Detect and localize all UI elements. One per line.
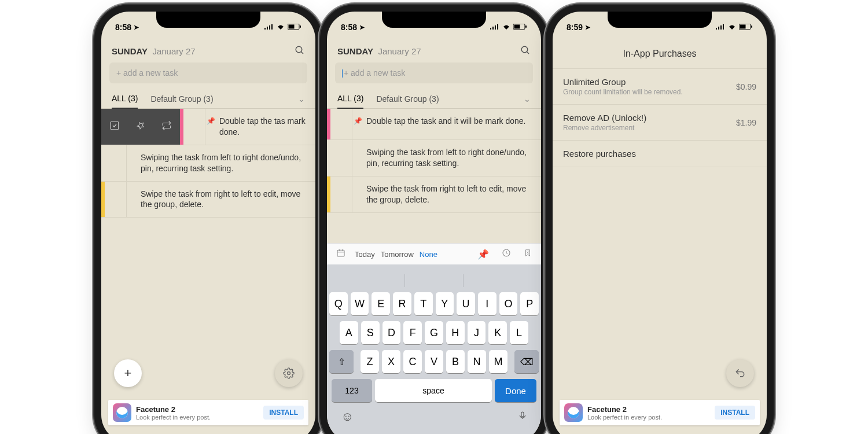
svg-rect-27 [521, 412, 524, 417]
ad-banner[interactable]: Facetune 2 Look perfect in every post. I… [108, 400, 308, 425]
key-m[interactable]: M [489, 350, 507, 373]
calendar-icon[interactable] [333, 248, 349, 260]
repeat-icon[interactable] [158, 117, 175, 137]
key-e[interactable]: E [372, 292, 390, 315]
key-p[interactable]: P [520, 292, 539, 315]
key-q[interactable]: Q [329, 292, 348, 315]
ad-install-button[interactable]: INSTALL [263, 406, 304, 420]
space-key[interactable]: space [375, 379, 492, 402]
svg-rect-11 [490, 28, 491, 30]
key-i[interactable]: I [478, 292, 496, 315]
key-x[interactable]: X [382, 350, 400, 373]
add-task-input[interactable]: + add a new task [109, 62, 307, 83]
key-y[interactable]: Y [436, 292, 454, 315]
toolbar-tomorrow[interactable]: Tomorrow [381, 250, 414, 259]
bookmark-x-icon[interactable] [520, 248, 535, 260]
task-row[interactable]: Swiping the task from left to right done… [327, 140, 541, 176]
key-r[interactable]: R [393, 292, 411, 315]
undo-button[interactable] [726, 359, 754, 387]
key-s[interactable]: S [361, 321, 380, 344]
shift-key[interactable]: ⇧ [329, 350, 354, 373]
task-checkbox-col[interactable] [330, 176, 352, 212]
pin-icon[interactable] [133, 117, 149, 136]
add-task-input[interactable]: + add a new task [335, 62, 533, 83]
search-icon[interactable] [295, 45, 305, 58]
key-w[interactable]: W [351, 292, 369, 315]
task-row[interactable]: 📌 Double tap the tas mark done. [101, 109, 315, 145]
ad-install-button[interactable]: INSTALL [715, 406, 755, 420]
iap-description: Group count limitation will be removed. [563, 88, 683, 96]
search-icon[interactable] [520, 45, 531, 58]
key-u[interactable]: U [457, 292, 475, 315]
iap-item[interactable]: Unlimited Group Group count limitation w… [553, 69, 767, 105]
iap-price: $1.99 [736, 118, 756, 127]
task-checkbox-col[interactable] [105, 145, 127, 181]
task-row[interactable]: Swipe the task from right to left to edi… [101, 182, 315, 218]
key-j[interactable]: J [468, 321, 486, 344]
phone-screen-2: 8:58 ➤ SUNDAY January 27 + add a new tas… [327, 12, 541, 434]
tab-all[interactable]: ALL (3) [337, 89, 363, 109]
tab-default-group[interactable]: Default Group (3) [150, 90, 213, 108]
restore-purchases[interactable]: Restore purchases [553, 141, 767, 167]
key-g[interactable]: G [425, 321, 443, 344]
key-k[interactable]: K [488, 321, 507, 344]
pinned-icon [352, 176, 363, 212]
day-label: SUNDAY [112, 46, 148, 56]
toolbar-today[interactable]: Today [355, 250, 375, 259]
add-button[interactable]: + [114, 359, 142, 387]
key-l[interactable]: L [510, 321, 528, 344]
task-checkbox-col[interactable] [105, 182, 127, 218]
key-d[interactable]: D [382, 321, 401, 344]
iap-description: Remove advertisement [563, 124, 646, 132]
suggestion-bar [329, 269, 539, 292]
pinned-icon [352, 140, 363, 176]
task-text: Double tap the task and it will be mark … [363, 109, 541, 139]
svg-rect-6 [300, 25, 301, 28]
done-key[interactable]: Done [495, 379, 536, 402]
key-b[interactable]: B [446, 350, 465, 373]
tab-all[interactable]: ALL (3) [112, 89, 138, 109]
date-label: January 27 [152, 46, 195, 56]
svg-rect-12 [492, 27, 494, 30]
task-checkbox-col[interactable] [330, 109, 352, 139]
emoji-icon[interactable]: ☺ [341, 409, 354, 425]
add-task-placeholder: + add a new task [116, 68, 178, 78]
done-icon[interactable] [106, 117, 123, 137]
clock-icon[interactable] [498, 248, 514, 260]
key-h[interactable]: H [446, 321, 465, 344]
keyboard-row-2: ASDFGHJKL [329, 321, 539, 344]
svg-rect-34 [751, 25, 752, 28]
key-f[interactable]: F [403, 321, 422, 344]
key-t[interactable]: T [414, 292, 433, 315]
chevron-down-icon[interactable]: ⌄ [298, 94, 305, 104]
ad-title: Facetune 2 [587, 405, 715, 414]
backspace-key[interactable]: ⌫ [514, 350, 539, 373]
keyboard-row-bottom: 123 space Done [329, 379, 539, 402]
key-a[interactable]: A [340, 321, 358, 344]
toolbar-none[interactable]: None [420, 250, 437, 259]
task-checkbox-col[interactable] [330, 140, 352, 176]
day-label: SUNDAY [337, 46, 373, 56]
mic-icon[interactable] [518, 409, 527, 425]
key-o[interactable]: O [499, 292, 518, 315]
key-v[interactable]: V [425, 350, 443, 373]
iap-item[interactable]: Remove AD (Unlock!) Remove advertisement… [553, 105, 767, 141]
key-z[interactable]: Z [361, 350, 379, 373]
svg-rect-1 [267, 27, 268, 30]
task-row[interactable]: Swipe the task from right to left to edi… [327, 176, 541, 213]
svg-rect-28 [716, 28, 717, 30]
chevron-down-icon[interactable]: ⌄ [524, 94, 531, 104]
keyboard-toolbar: Today Tomorrow None 📌 [327, 243, 541, 264]
tab-default-group[interactable]: Default Group (3) [376, 90, 439, 108]
ad-banner[interactable]: Facetune 2 Look perfect in every post. I… [560, 400, 760, 425]
task-checkbox-col[interactable] [183, 109, 205, 145]
key-c[interactable]: C [403, 350, 422, 373]
key-n[interactable]: N [468, 350, 486, 373]
settings-button[interactable] [275, 359, 303, 387]
signal-icon [716, 23, 725, 32]
numbers-key[interactable]: 123 [332, 379, 372, 402]
pin-icon[interactable]: 📌 [474, 249, 492, 260]
task-row[interactable]: Swiping the task from left to right done… [101, 145, 315, 182]
task-row[interactable]: 📌 Double tap the task and it will be mar… [327, 109, 541, 140]
status-time: 8:58 [341, 23, 357, 32]
